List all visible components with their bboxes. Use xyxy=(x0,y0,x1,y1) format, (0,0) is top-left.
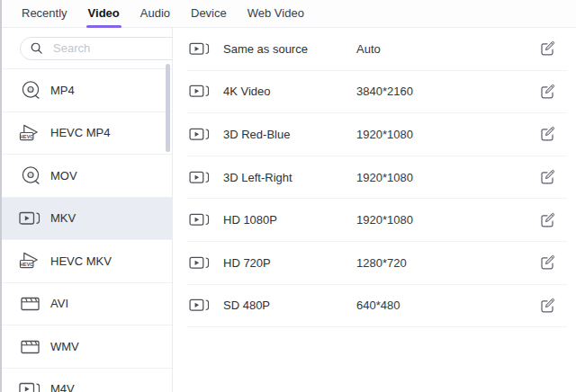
preset-name: 3D Red-Blue xyxy=(223,128,356,141)
preset-resolution: 1920*1080 xyxy=(356,128,538,141)
format-item-mov[interactable]: MOV xyxy=(2,154,172,197)
preset-name: HD 720P xyxy=(223,256,356,270)
edit-preset-button[interactable] xyxy=(538,125,556,143)
hevc-play-icon: HEVC xyxy=(19,250,41,272)
disc-icon xyxy=(19,165,41,187)
format-label: MOV xyxy=(50,169,77,183)
video-file-icon xyxy=(189,169,212,186)
preset-name: SD 480P xyxy=(223,298,356,312)
preset-row-same-as-source[interactable]: Same as source Auto xyxy=(187,28,567,71)
edit-pencil-icon xyxy=(539,169,555,185)
tab-recently[interactable]: Recently xyxy=(20,0,69,28)
edit-preset-button[interactable] xyxy=(538,40,556,58)
edit-pencil-icon xyxy=(539,212,555,228)
format-label: WMV xyxy=(50,340,79,353)
tab-web-video[interactable]: Web Video xyxy=(246,0,306,28)
edit-preset-button[interactable] xyxy=(538,297,556,315)
video-file-icon xyxy=(189,297,212,314)
format-label: MP4 xyxy=(50,84,75,97)
preset-row-hd-1080p[interactable]: HD 1080P 1920*1080 xyxy=(187,199,567,242)
edit-preset-button[interactable] xyxy=(538,254,556,272)
edit-pencil-icon xyxy=(539,40,555,57)
edit-pencil-icon xyxy=(539,298,555,314)
svg-text:HEVC: HEVC xyxy=(20,134,33,139)
preset-resolution: Auto xyxy=(356,42,538,56)
video-file-icon xyxy=(19,378,41,392)
format-label: MKV xyxy=(50,211,76,225)
format-item-hevc-mp4[interactable]: HEVC HEVC MP4 xyxy=(2,111,172,155)
preset-name: 4K Video xyxy=(223,85,356,98)
format-label: HEVC MKV xyxy=(50,254,112,268)
preset-list: Same as source Auto 4K Video 3840*2160 xyxy=(187,28,567,327)
preset-name: 3D Left-Right xyxy=(223,171,356,184)
tab-audio[interactable]: Audio xyxy=(139,0,172,28)
video-file-icon xyxy=(189,126,212,143)
format-item-hevc-mkv[interactable]: HEVC HEVC MKV xyxy=(2,239,172,282)
edit-preset-button[interactable] xyxy=(538,211,556,229)
preset-name: Same as source xyxy=(223,42,356,56)
search-box[interactable] xyxy=(20,37,173,60)
preset-panel: Same as source Auto 4K Video 3840*2160 xyxy=(173,28,576,392)
format-picker-window: RecentlyVideoAudioDeviceWeb Video xyxy=(0,0,576,392)
format-label: AVI xyxy=(50,297,68,310)
preset-resolution: 1280*720 xyxy=(356,256,538,270)
sidebar-scrollbar[interactable] xyxy=(166,64,170,152)
video-file-icon xyxy=(189,211,212,228)
tab-device[interactable]: Device xyxy=(189,0,229,28)
preset-resolution: 1920*1080 xyxy=(356,213,538,227)
video-file-icon xyxy=(189,254,212,272)
format-list: MP4 HEVC HEVC MP4 MOV xyxy=(2,68,172,392)
search-icon xyxy=(30,41,43,55)
format-label: M4V xyxy=(50,382,75,392)
disc-icon xyxy=(19,79,41,102)
clapperboard-icon xyxy=(19,335,41,358)
preset-row-3d-left-right[interactable]: 3D Left-Right 1920*1080 xyxy=(187,156,567,200)
hevc-play-icon: HEVC xyxy=(19,121,41,144)
edit-pencil-icon xyxy=(539,84,555,100)
video-file-icon xyxy=(189,83,212,100)
format-item-m4v[interactable]: M4V xyxy=(2,368,172,392)
edit-preset-button[interactable] xyxy=(538,168,556,186)
svg-text:HEVC: HEVC xyxy=(20,262,33,267)
format-item-mkv[interactable]: MKV xyxy=(2,197,172,240)
preset-resolution: 3840*2160 xyxy=(356,85,538,98)
preset-row-hd-720p[interactable]: HD 720P 1280*720 xyxy=(187,242,567,285)
video-file-icon xyxy=(19,207,41,229)
preset-row-3d-red-blue[interactable]: 3D Red-Blue 1920*1080 xyxy=(187,113,567,156)
preset-row-sd-480p[interactable]: SD 480P 640*480 xyxy=(187,285,567,328)
edit-pencil-icon xyxy=(539,126,555,142)
format-item-avi[interactable]: AVI xyxy=(2,282,172,325)
preset-row-4k-video[interactable]: 4K Video 3840*2160 xyxy=(187,71,567,114)
format-label: HEVC MP4 xyxy=(50,126,110,139)
edit-pencil-icon xyxy=(539,254,555,271)
clapperboard-icon xyxy=(19,292,41,315)
tab-video[interactable]: Video xyxy=(86,0,122,28)
format-item-wmv[interactable]: WMV xyxy=(2,325,172,368)
search-input[interactable] xyxy=(51,40,173,56)
format-item-mp4[interactable]: MP4 xyxy=(2,68,172,111)
preset-name: HD 1080P xyxy=(223,213,356,227)
edit-preset-button[interactable] xyxy=(538,83,556,101)
search-area xyxy=(2,28,172,68)
video-file-icon xyxy=(189,40,212,58)
category-tabbar: RecentlyVideoAudioDeviceWeb Video xyxy=(2,0,576,28)
format-sidebar: MP4 HEVC HEVC MP4 MOV xyxy=(2,28,173,392)
preset-resolution: 1920*1080 xyxy=(356,171,538,184)
preset-resolution: 640*480 xyxy=(356,298,538,312)
